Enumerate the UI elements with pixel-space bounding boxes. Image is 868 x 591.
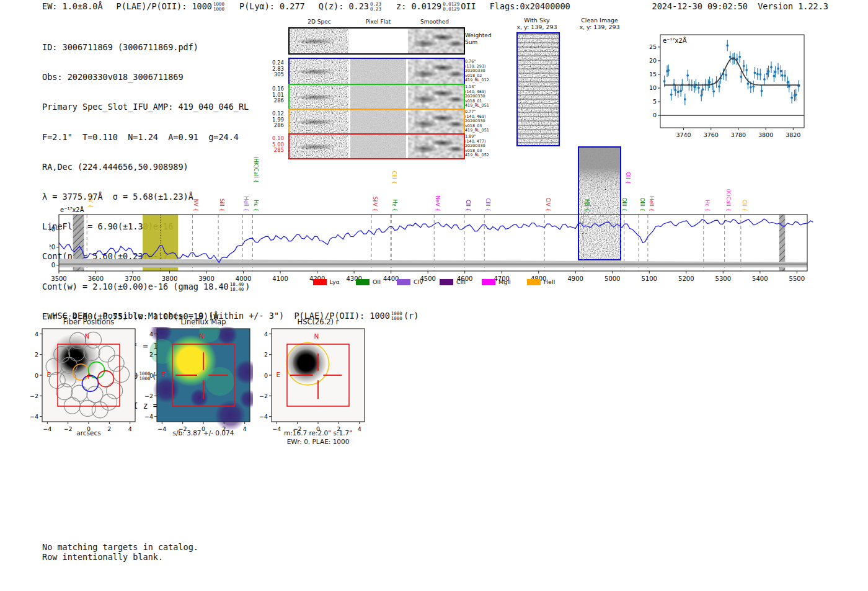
hsc-cutout-plot: NE−4−4−2−2002244 <box>250 327 368 442</box>
svg-text:−4: −4 <box>259 413 268 420</box>
row3-right-label: 0.77" (140, 469) 20200330 v018_03 419_RL… <box>465 110 489 133</box>
svg-text:SiII {: SiII { <box>219 198 225 211</box>
svg-text:0: 0 <box>653 112 657 118</box>
svg-text:25: 25 <box>649 43 657 50</box>
legend-swatch <box>397 279 410 285</box>
row4-right-label: 1.89" (140, 477) 20200330 v018_03 419_RL… <box>465 135 489 158</box>
svg-text:4: 4 <box>35 331 38 337</box>
info-seeing: F=2.1" T=0.110 N=1.24 A=0.91 g=24.4 <box>42 132 250 142</box>
svg-text:NV {: NV { <box>193 199 199 211</box>
svg-text:HeII {: HeII { <box>649 196 655 211</box>
svg-text:15: 15 <box>649 71 657 78</box>
svg-text:3800: 3800 <box>758 131 773 138</box>
header-flags: Flags:0x20400000 <box>490 1 570 11</box>
svg-text:OIII {: OIII { <box>621 198 627 211</box>
col-header-pixelflat: Pixel Flat <box>356 19 400 25</box>
spec2d-row <box>288 58 465 85</box>
line-fit-chart: 374037603780380038200510152025e⁻¹⁷x2Å <box>642 31 809 146</box>
svg-text:Hε {: Hε { <box>253 200 259 211</box>
svg-text:−2: −2 <box>259 393 268 399</box>
with-sky-title: With Sky <box>506 17 568 24</box>
info-id: ID: 3006711869 (3006711869.pdf) <box>42 42 250 52</box>
spec2d-row <box>288 133 465 159</box>
col-header-2dspec: 2D Spec <box>298 19 341 25</box>
legend-item: CIII <box>440 278 466 285</box>
svg-text:CIV {: CIV { <box>87 194 94 208</box>
footer-line-1: No matching targets in catalog. <box>42 542 198 552</box>
svg-text:CII {: CII { <box>742 200 748 211</box>
legend-item: Lyα <box>313 278 340 285</box>
svg-text:E: E <box>162 371 166 378</box>
row2-left-label: 0.16 1.01 286 <box>250 86 284 104</box>
svg-text:CIII {: CIII { <box>391 171 397 184</box>
svg-text:HeII {: HeII { <box>243 196 249 211</box>
fiber-xlabel: arcsecs <box>42 429 135 437</box>
spec2d-row <box>288 84 465 110</box>
clean-image-coords: x, y: 139, 293 <box>565 24 634 30</box>
svg-text:E: E <box>47 371 51 378</box>
svg-text:Hε {: Hε { <box>704 200 711 211</box>
fiber-positions-title: Fiber Positions <box>42 318 135 326</box>
lineflux-map-title: Lineflux Map <box>157 318 250 326</box>
full-spectrum-chart: CIV {NV {SiII {HeII {Hε {(HK)CaII {SiIV … <box>50 156 818 290</box>
svg-text:CIII {: CIII { <box>485 198 491 211</box>
clean-image-title: Clean Image <box>565 17 634 24</box>
svg-text:20: 20 <box>50 244 55 251</box>
col-header-smoothed: Smoothed <box>413 19 456 25</box>
legend-item: HeII <box>527 278 556 285</box>
spec2d-row <box>288 109 465 135</box>
legend-item: CIV <box>397 278 423 285</box>
svg-text:e⁻¹⁷x2Å: e⁻¹⁷x2Å <box>663 37 687 44</box>
with-sky-coords: x, y: 139, 293 <box>506 24 568 30</box>
svg-text:2: 2 <box>35 351 38 358</box>
weighted-sum-label: Weighted Sum <box>465 32 492 45</box>
svg-text:N: N <box>85 332 90 340</box>
svg-text:SiIV {: SiIV { <box>372 197 378 211</box>
row1-left-label: 0.24 2.83 305 <box>250 60 284 78</box>
row4-left-label: 0.10 5.00 285 <box>250 136 284 154</box>
svg-text:(K)CaII {: (K)CaII { <box>725 189 732 211</box>
svg-text:E: E <box>277 371 281 378</box>
hsc-xlabel-1: m:16.7 re:2.0" s:1.7" <box>259 429 377 437</box>
svg-text:2: 2 <box>149 351 153 358</box>
svg-text:0: 0 <box>264 372 268 379</box>
svg-text:3820: 3820 <box>786 131 800 138</box>
with-sky-image <box>516 32 560 146</box>
row3-left-label: 0.12 1.99 286 <box>250 111 284 129</box>
legend-swatch <box>356 279 370 285</box>
svg-text:2: 2 <box>264 351 268 358</box>
svg-text:Hγ {: Hγ { <box>392 199 398 211</box>
header-qz: Q(z): 0.230.230.23 <box>319 1 383 12</box>
legend-swatch <box>482 279 495 285</box>
legend-item: OII <box>356 278 381 285</box>
svg-text:−2: −2 <box>30 393 38 399</box>
legend-swatch <box>527 279 541 285</box>
svg-text:4: 4 <box>264 331 268 337</box>
hsc-xlabel-2: EWr: 0. PLAE: 1000 <box>259 438 377 445</box>
svg-text:N: N <box>314 332 319 340</box>
svg-text:−2: −2 <box>144 393 153 399</box>
legend-swatch <box>440 279 453 285</box>
info-obs: Obs: 20200330v018_3006711869 <box>42 72 250 82</box>
spectrum-legend: LyαOIICIVCIIIMgIIHeII <box>50 278 818 285</box>
svg-text:CIV {: CIV { <box>545 198 551 211</box>
header-timestamp-version: 2024-12-30 09:02:50 Version 1.22.3 <box>652 1 828 11</box>
svg-text:OII {: OII { <box>625 172 631 184</box>
row1-right-label: 0.76" (139, 293) 20200330 v018_02 419_RL… <box>465 60 489 83</box>
header-z: z: 0.01290.01290.0129OII <box>396 1 476 12</box>
svg-text:10: 10 <box>649 84 657 91</box>
svg-text:3780: 3780 <box>731 131 746 138</box>
svg-text:0: 0 <box>149 372 153 379</box>
svg-text:4: 4 <box>149 331 153 337</box>
svg-text:20: 20 <box>649 57 657 64</box>
header-plae: P(LAE)/P(OII): 100010001000 <box>117 1 226 12</box>
fiber-positions-plot: NE−4−4−2−2002244 <box>20 327 138 442</box>
legend-item: MgII <box>482 278 511 285</box>
spec2d-row <box>288 27 465 55</box>
report-header: EW: 1.0±8.0Å P(LAE)/P(OII): 100010001000… <box>42 1 570 12</box>
svg-text:NeV {: NeV { <box>435 195 441 211</box>
svg-text:CII {: CII { <box>465 200 471 211</box>
svg-text:−4: −4 <box>30 413 38 420</box>
legend-swatch <box>313 279 327 285</box>
hsc-cutout-title: HSC(26.2) r <box>272 318 365 326</box>
